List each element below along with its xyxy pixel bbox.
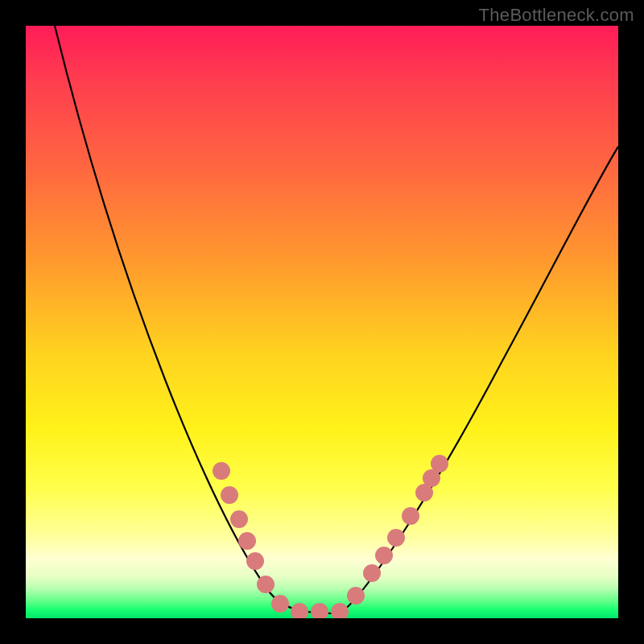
highlight-dot — [331, 603, 349, 618]
highlight-dot — [246, 552, 264, 570]
highlight-dot — [271, 595, 289, 613]
chart-plot-area — [26, 26, 618, 618]
watermark-text: TheBottleneck.com — [479, 5, 634, 26]
highlight-dot — [363, 564, 381, 582]
highlight-dot — [347, 587, 365, 605]
highlight-dot — [213, 462, 230, 480]
highlight-dot — [431, 455, 448, 473]
highlight-dot — [387, 529, 405, 547]
chart-svg — [26, 26, 618, 618]
highlight-dot — [291, 603, 308, 618]
highlight-dot — [230, 510, 248, 528]
chart-outer-frame: TheBottleneck.com — [0, 0, 644, 644]
highlight-dot — [221, 486, 238, 504]
highlight-dot — [257, 576, 275, 593]
highlight-dot — [402, 507, 419, 525]
highlight-dot — [311, 603, 328, 618]
highlight-dot — [375, 547, 393, 564]
highlight-dots-group — [213, 455, 448, 618]
highlight-dot — [238, 532, 256, 550]
bottleneck-curve — [55, 26, 618, 613]
